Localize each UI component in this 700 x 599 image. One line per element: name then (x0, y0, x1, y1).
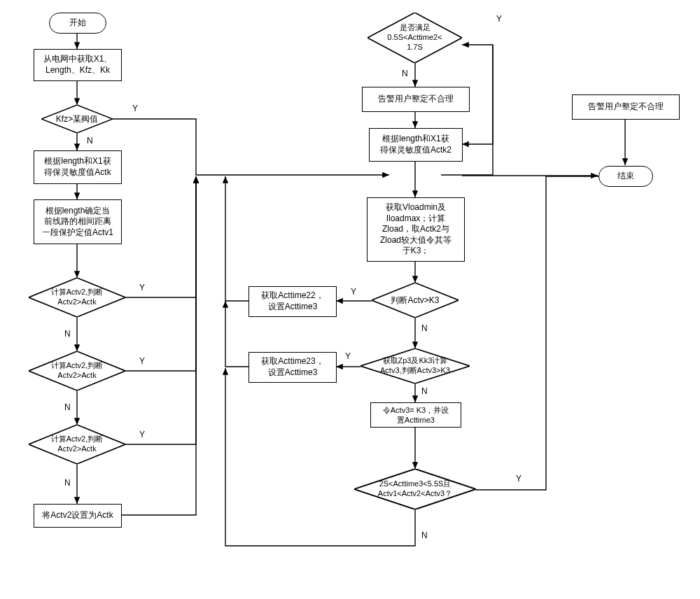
final-check-decision: 2S<Acttime3<5.5S且 Actv1<Actv2<Actv3？ (354, 469, 476, 509)
warn-user-1-process: 告警用户整定不合理 (362, 87, 470, 112)
actk2-process: 根据length和X1获 得保灵敏度值Actk2 (369, 128, 463, 162)
edge-label-n: N (420, 530, 429, 540)
edge-label-y: Y (514, 474, 523, 484)
edge-label-y: Y (344, 351, 352, 361)
actv-gt-k3-decision: 判断Actv>K3 (372, 283, 458, 318)
zp3-kk3-decision: 获取Zp3及Kk3计算 Actv3,判断Actv3>K3 (360, 348, 470, 383)
acttime2-range-decision: 是否满足 0.5S<Acttime2< 1.7S (368, 13, 462, 63)
edge-label-y: Y (495, 14, 503, 24)
edge-label-y: Y (138, 283, 146, 293)
edge-label-n: N (63, 478, 72, 488)
warn-user-2-process: 告警用户整定不合理 (572, 94, 680, 120)
edge-label-y: Y (138, 430, 146, 439)
start-terminal: 开始 (49, 13, 106, 34)
edge-label-n: N (63, 329, 72, 339)
actv2-gt-actk-decision-1: 计算Actv2,判断 Actv2>Actk (29, 278, 125, 317)
edge-label-n: N (420, 386, 429, 396)
actv3-eq-k3-process: 令Actv3= K3，并设 置Acttime3 (370, 402, 461, 428)
end-terminal: 结束 (598, 166, 653, 187)
actk-process: 根据length和X1获 得保灵敏度值Actk (34, 150, 122, 184)
kfz-threshold-decision: Kfz>某阀值 (41, 105, 113, 133)
vload-k3-process: 获取Vloadmin及 Iloadmax；计算 Zload，取Actk2与 Zl… (367, 197, 465, 262)
actv2-gt-actk-decision-2: 计算Actv2,判断 Actv2>Actk (29, 351, 125, 390)
acttime22-process: 获取Acttime22， 设置Acttime3 (248, 286, 337, 317)
edge-label-n: N (85, 136, 94, 146)
edge-label-n: N (400, 69, 410, 78)
set-actv2-as-actk-process: 将Actv2设置为Actk (34, 504, 122, 528)
actv1-process: 根据length确定当 前线路的相间距离 一段保护定值Actv1 (34, 199, 122, 244)
edge-label-n: N (63, 402, 72, 412)
edge-label-n: N (420, 323, 429, 333)
fetch-params-process: 从电网中获取X1、 Length、Kfz、Kk (34, 49, 122, 81)
acttime23-process: 获取Acttime23， 设置Acttime3 (248, 352, 337, 383)
edge-label-y: Y (349, 287, 358, 297)
actv2-gt-actk-decision-3: 计算Actv2,判断 Actv2>Actk (29, 425, 125, 464)
edge-label-y: Y (138, 356, 146, 366)
edge-label-y: Y (131, 104, 139, 113)
